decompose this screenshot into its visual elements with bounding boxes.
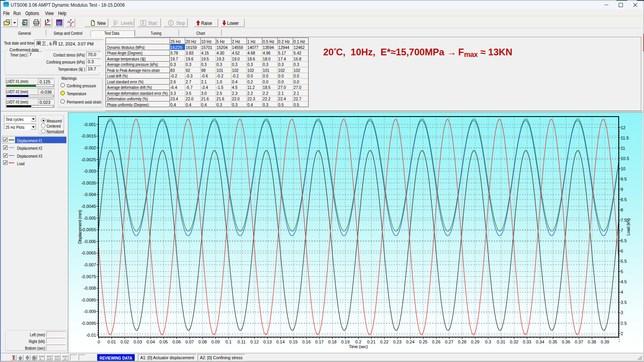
svg-text:3.5: 3.5 xyxy=(621,300,627,305)
svg-text:0.05: 0.05 xyxy=(159,339,168,344)
svg-text:Time (sec): Time (sec) xyxy=(349,344,368,349)
svg-text:-0.004: -0.004 xyxy=(84,192,96,197)
svg-text:0.02: 0.02 xyxy=(121,339,129,344)
svg-text:0.07: 0.07 xyxy=(185,339,194,344)
svg-text:-0.002: -0.002 xyxy=(84,145,96,150)
svg-text:0.36: 0.36 xyxy=(562,339,570,344)
svg-text:0.14: 0.14 xyxy=(276,339,284,344)
svg-text:2.5: 2.5 xyxy=(621,321,627,326)
svg-text:-0.007: -0.007 xyxy=(84,262,96,267)
svg-text:UTS: UTS xyxy=(4,2,9,5)
svg-text:0.26: 0.26 xyxy=(432,339,440,344)
svg-text:11: 11 xyxy=(621,146,625,151)
svg-text:0.08: 0.08 xyxy=(198,339,207,344)
svg-text:0.03: 0.03 xyxy=(134,339,142,344)
svg-text:-0.009: -0.009 xyxy=(84,309,96,314)
svg-text:0.09: 0.09 xyxy=(211,339,220,344)
svg-text:-0.0075: -0.0075 xyxy=(81,274,96,279)
svg-text:-0.003: -0.003 xyxy=(84,169,96,173)
svg-text:7: 7 xyxy=(621,228,623,233)
svg-text:-0.0045: -0.0045 xyxy=(81,204,96,209)
svg-text:-0.0035: -0.0035 xyxy=(81,181,96,185)
svg-text:-0.008: -0.008 xyxy=(84,286,96,290)
svg-text:0.13: 0.13 xyxy=(263,339,271,344)
svg-text:3: 3 xyxy=(621,310,623,315)
svg-text:-0.006: -0.006 xyxy=(84,239,96,244)
svg-text:4.5: 4.5 xyxy=(621,279,627,284)
svg-text:10.5: 10.5 xyxy=(621,156,629,161)
svg-text:9: 9 xyxy=(621,187,623,192)
svg-text:0.39: 0.39 xyxy=(601,339,609,344)
svg-text:0.31: 0.31 xyxy=(497,339,505,344)
svg-text:0.34: 0.34 xyxy=(536,339,544,344)
svg-text:-0.0015: -0.0015 xyxy=(81,134,96,138)
svg-text:5.5: 5.5 xyxy=(621,259,627,264)
svg-text:0.23: 0.23 xyxy=(393,339,401,344)
svg-text:2: 2 xyxy=(621,331,623,336)
svg-text:0.27: 0.27 xyxy=(445,339,453,344)
svg-text:Displacement (mm): Displacement (mm) xyxy=(77,210,82,244)
svg-text:11.5: 11.5 xyxy=(621,136,629,140)
svg-text:0.25: 0.25 xyxy=(419,339,427,344)
svg-text:0.38: 0.38 xyxy=(588,339,596,344)
svg-text:0.06: 0.06 xyxy=(172,339,181,344)
svg-text:0: 0 xyxy=(98,339,100,344)
svg-text:Load (kN): Load (kN) xyxy=(626,218,631,236)
svg-text:0.04: 0.04 xyxy=(147,339,155,344)
svg-text:6.5: 6.5 xyxy=(621,238,627,243)
svg-text:-0.005: -0.005 xyxy=(84,216,96,221)
svg-text:8.5: 8.5 xyxy=(621,197,627,202)
svg-text:10: 10 xyxy=(621,166,625,171)
svg-text:0.32: 0.32 xyxy=(510,339,518,344)
svg-text:-0.001: -0.001 xyxy=(84,122,96,127)
svg-text:12: 12 xyxy=(621,125,625,130)
svg-text:0.3: 0.3 xyxy=(485,339,491,344)
svg-text:-0.0055: -0.0055 xyxy=(81,227,96,232)
svg-text:0.16: 0.16 xyxy=(302,339,311,344)
svg-text:0.29: 0.29 xyxy=(471,339,479,344)
svg-text:0.28: 0.28 xyxy=(458,339,466,344)
svg-text:0.2: 0.2 xyxy=(355,339,361,344)
svg-text:0.22: 0.22 xyxy=(380,339,388,344)
svg-text:0.35: 0.35 xyxy=(549,339,557,344)
svg-text:9.5: 9.5 xyxy=(621,177,627,181)
svg-text:0.12: 0.12 xyxy=(250,339,258,344)
svg-text:8: 8 xyxy=(621,207,623,212)
svg-text:0.15: 0.15 xyxy=(289,339,298,344)
svg-text:0.1: 0.1 xyxy=(226,339,232,344)
svg-text:-0.0065: -0.0065 xyxy=(81,251,96,255)
svg-text:0.01: 0.01 xyxy=(107,339,116,344)
svg-text:0.11: 0.11 xyxy=(237,339,246,344)
svg-text:4: 4 xyxy=(621,290,623,294)
svg-text:-0.0085: -0.0085 xyxy=(81,298,96,302)
svg-text:0.21: 0.21 xyxy=(367,339,375,344)
svg-text:0.37: 0.37 xyxy=(575,339,583,344)
svg-text:-0.01: -0.01 xyxy=(86,333,96,337)
svg-text:B: B xyxy=(33,356,36,360)
svg-text:0.18: 0.18 xyxy=(328,339,337,344)
svg-text:0.33: 0.33 xyxy=(523,339,531,344)
svg-text:5: 5 xyxy=(621,269,623,274)
svg-text:-0.0025: -0.0025 xyxy=(81,157,96,162)
svg-text:0.24: 0.24 xyxy=(406,339,414,344)
svg-text:0.19: 0.19 xyxy=(341,339,349,344)
svg-text:6: 6 xyxy=(621,249,623,253)
svg-text:-0.0095: -0.0095 xyxy=(81,321,96,326)
svg-text:0.17: 0.17 xyxy=(315,339,324,344)
